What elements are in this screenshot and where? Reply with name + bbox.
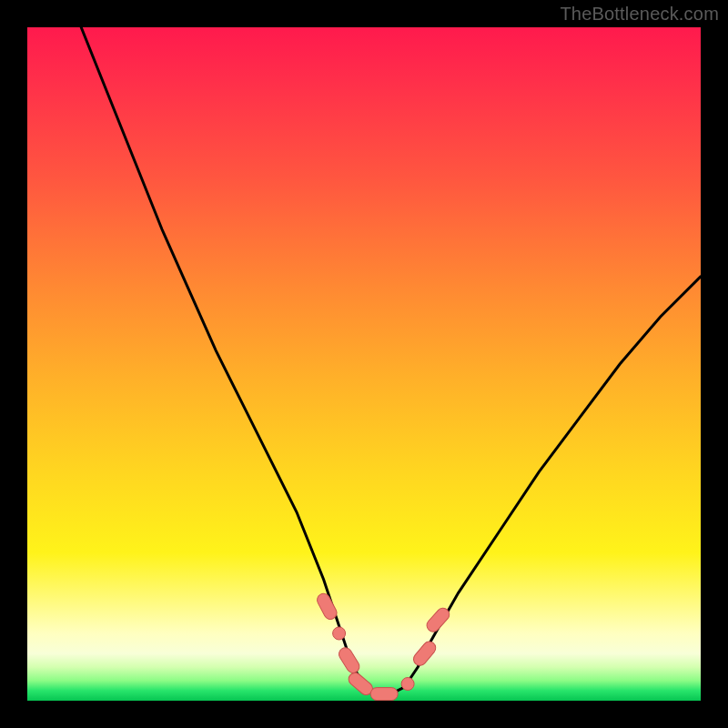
curve-marker <box>333 627 346 640</box>
curve-layer <box>27 27 701 701</box>
curve-marker <box>401 678 414 691</box>
chart-frame: TheBottleneck.com <box>0 0 728 728</box>
curve-marker <box>411 639 439 668</box>
curve-marker <box>315 592 339 622</box>
bottleneck-curve <box>81 27 701 694</box>
attribution-text: TheBottleneck.com <box>560 4 719 25</box>
curve-marker <box>337 645 362 675</box>
curve-marker <box>370 688 398 701</box>
plot-area <box>27 27 701 701</box>
curve-marker <box>424 605 451 634</box>
